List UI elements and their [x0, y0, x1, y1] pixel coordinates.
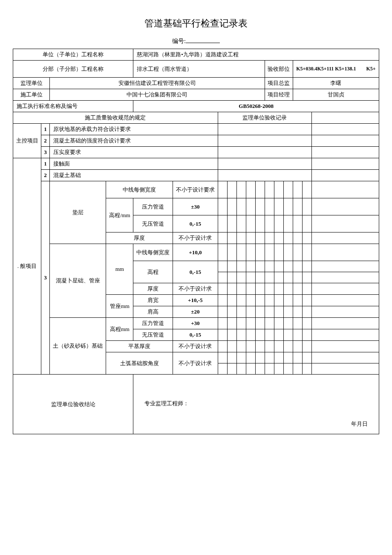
soil-pressure: 压力管道 — [133, 318, 173, 329]
row-soil-pressure: 土（砂及砂砾）基础 高程mm 压力管道 +30 — [13, 318, 379, 329]
mc-no-2: 2 — [41, 135, 50, 147]
construction-value: 中国十七冶集团有限公司 — [50, 89, 265, 101]
pm-manager-label: 项目经理 — [265, 89, 293, 101]
standard-value: GB50268-2008 — [133, 101, 379, 112]
row-dc-centerline: 3 垫层 中线每侧宽度 不小于设计要求 — [13, 181, 379, 198]
c7 — [274, 181, 283, 198]
row-unit-project: 单位（子单位）工程名称 慈湖河路（林里路•九华路）道路建设工程 — [13, 49, 379, 61]
soil-arc-req: 不小于设计求 — [173, 352, 218, 375]
soil-flat: 平基厚度 — [106, 341, 173, 352]
soil-arc: 土弧基础胺角度 — [106, 352, 173, 375]
row-main-1: 主控项目 1 原状地基的承载力符合设计要求 — [13, 124, 379, 135]
construction-label: 施工单位 — [13, 89, 50, 101]
main-control-label: 主控项目 — [13, 124, 41, 158]
dc-nopressure-val: 0,-15 — [173, 215, 218, 232]
row-main-3: 3 压实度要求 — [13, 147, 379, 158]
general-label: . 般项目 — [13, 158, 41, 375]
c5 — [255, 181, 265, 198]
row-gen-1: . 般项目 1 接触面 — [13, 158, 379, 170]
cc-sw-val: +10,-5 — [173, 295, 218, 306]
dc-pressure: 压力管道 — [133, 198, 173, 215]
cc-mm: mm — [106, 244, 133, 295]
cc-seat: 管座mm — [106, 295, 133, 318]
cc-label: 混凝卜星础、管座 — [50, 244, 106, 318]
dc-nopressure: 无压管道 — [133, 215, 173, 232]
mc-ext-1 — [311, 124, 379, 135]
mc-rec-1 — [218, 124, 311, 135]
soil-pressure-val: +30 — [173, 318, 218, 329]
soil-label: 土（砂及砂砾）基础 — [50, 318, 106, 375]
pm-director-value: 李曙 — [293, 78, 379, 89]
accept-part-label: 验收部位 — [265, 61, 293, 78]
mc-desc-1: 原状地基的承载力符合设计要求 — [50, 124, 218, 135]
cc-sh-val: ±20 — [173, 306, 218, 318]
blank-header — [311, 112, 379, 124]
inspection-table: 单位（子单位）工程名称 慈湖河路（林里路•九华路）道路建设工程 分部（子分部）工… — [13, 49, 379, 434]
cc-sw: 肩宽 — [133, 295, 173, 306]
soil-nopressure-val: 0,-15 — [173, 329, 218, 341]
c3 — [236, 181, 246, 198]
mc-ext-2 — [311, 135, 379, 147]
accept-part-value: K5+030.4K5+111 K5+138.1 K5+ — [293, 61, 379, 78]
sub-project-label: 分部（子分部）工程名称 — [13, 61, 133, 78]
mc-desc-3: 压实度要求 — [50, 147, 218, 158]
supervisor-record-label: 监理单位验收记录 — [218, 112, 311, 124]
supervisor-value: 安徽恒信建设工程管理有限公司 — [50, 78, 265, 89]
dc-ext — [311, 181, 379, 198]
gen-rec-1 — [218, 158, 311, 170]
gen-no-2: 2 — [41, 170, 50, 181]
mc-rec-3 — [218, 147, 311, 158]
gen-no-1: 1 — [41, 158, 50, 170]
gen-ext-2 — [311, 170, 379, 181]
row-spec-header: 施工质量验收规范的规定 监理单位验收记录 — [13, 112, 379, 124]
signature-cell: 专业监理工程师： 年月日 — [133, 375, 379, 434]
unit-project-label: 单位（子单位）工程名称 — [13, 49, 133, 61]
mc-rec-2 — [218, 135, 311, 147]
sub-project-value: 排水工程（雨水管道） — [133, 61, 265, 78]
row-gen-2: 2 混凝土基础 — [13, 170, 379, 181]
dc-elev: 高程/mm — [106, 198, 133, 232]
c8 — [283, 181, 293, 198]
soil-elev-mm: 高程mm — [106, 318, 133, 341]
mc-desc-2: 混凝土基础的强度符合设计要求 — [50, 135, 218, 147]
gen-ext-1 — [311, 158, 379, 170]
cc-thick: 厚度 — [133, 283, 173, 295]
dc-centerline: 中线每侧宽度 — [106, 181, 173, 198]
c1 — [218, 181, 227, 198]
engineer-label: 专业监理工程师： — [144, 400, 189, 407]
row-sub-project: 分部（子分部）工程名称 排水工程（雨水管道） 验收部位 K5+030.4K5+1… — [13, 61, 379, 78]
mc-no-3: 3 — [41, 147, 50, 158]
dc-centerline-req: 不小于设计要求 — [173, 181, 218, 198]
pm-director-label: 项目总监 — [265, 78, 293, 89]
conclusion-label: 监理单位验收结论 — [13, 375, 133, 434]
gen-group-no: 3 — [41, 181, 50, 375]
cc-elev-val: 0,-15 — [173, 261, 218, 283]
row-construction: 施工单位 中国十七冶集团有限公司 项目经理 甘国贞 — [13, 89, 379, 101]
date-label: 年月日 — [351, 420, 368, 428]
cc-centerline: 中线每侧宽度 — [133, 244, 173, 261]
quality-spec-label: 施工质量验收规范的规定 — [13, 112, 218, 124]
unit-project-value: 慈湖河路（林里路•九华路）道路建设工程 — [133, 49, 379, 61]
pm-manager-value: 甘国贞 — [293, 89, 379, 101]
serial-line: 编号: — [13, 36, 379, 45]
c2 — [227, 181, 236, 198]
row-cc-centerline: 混凝卜星础、管座 mm 中线每侧宽度 +10,0 — [13, 244, 379, 261]
standard-label: 施工执行标准名称及编号 — [13, 101, 133, 112]
row-signature: 监理单位验收结论 专业监理工程师： 年月日 — [13, 375, 379, 434]
serial-blank — [186, 36, 220, 43]
soil-nopressure: 无压管道 — [133, 329, 173, 341]
dc-thick-req: 不小于设计求 — [173, 232, 218, 244]
gen-desc-1: 接触面 — [50, 158, 218, 170]
dc-label: 垫层 — [50, 181, 106, 244]
dc-pressure-val: ±30 — [173, 198, 218, 215]
cc-thick-req: 不小于设计求 — [173, 283, 218, 295]
c9 — [293, 181, 302, 198]
gen-desc-2: 混凝土基础 — [50, 170, 218, 181]
row-standard: 施工执行标准名称及编号 GB50268-2008 — [13, 101, 379, 112]
gen-rec-2 — [218, 170, 311, 181]
cc-centerline-val: +10,0 — [173, 244, 218, 261]
dc-thick: 厚度 — [106, 232, 173, 244]
c6 — [265, 181, 274, 198]
mc-ext-3 — [311, 147, 379, 158]
serial-label: 编号: — [172, 38, 186, 44]
